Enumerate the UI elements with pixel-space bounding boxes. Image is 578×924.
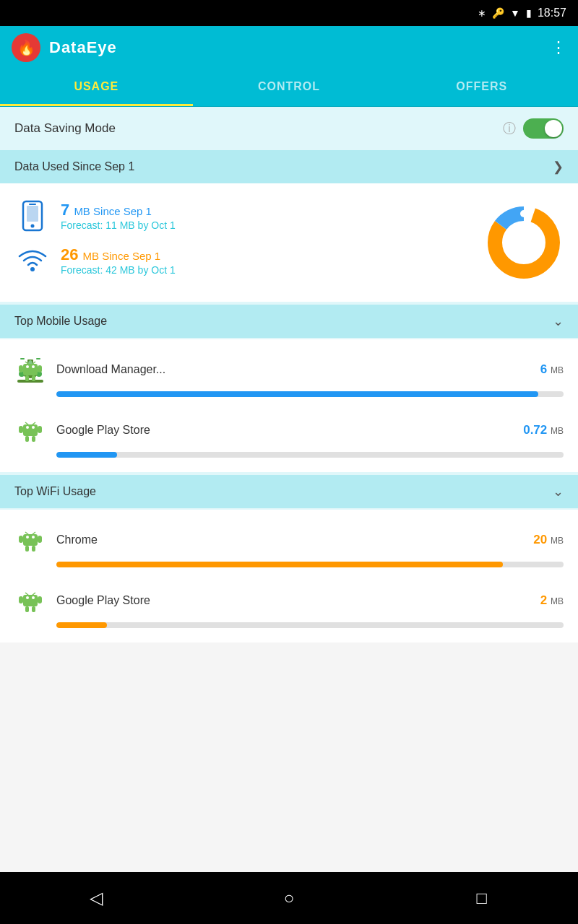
svg-point-40: [32, 536, 35, 539]
bluetooth-icon: ∗: [478, 7, 486, 19]
svg-rect-44: [19, 596, 23, 603]
wifi-status-icon: ▼: [510, 7, 520, 19]
download-manager-usage: 6 MB: [540, 362, 564, 377]
svg-point-39: [26, 536, 29, 539]
mobile-data-text: 7 MB Since Sep 1 Forecast: 11 MB by Oct …: [61, 201, 484, 231]
list-item: Chrome 20 MB: [0, 515, 578, 576]
google-play-mobile-header: Google Play Store 0.72 MB: [14, 414, 564, 446]
svg-rect-13: [20, 358, 25, 359]
chevron-down-wifi-icon: ⌄: [553, 484, 564, 500]
svg-rect-1: [27, 206, 38, 222]
google-play-wifi-bar: [56, 622, 107, 628]
data-used-title: Data Used Since Sep 1: [14, 160, 553, 173]
status-bar: ∗ 🔑 ▼ ▮ 18:57: [0, 0, 578, 26]
svg-point-48: [26, 596, 29, 599]
google-play-mobile-name: Google Play Store: [56, 424, 523, 437]
list-item: Google Play Store 0.72 MB: [0, 406, 578, 466]
svg-rect-20: [32, 375, 35, 381]
svg-rect-19: [25, 375, 29, 381]
status-icons: ∗ 🔑 ▼ ▮ 18:57: [478, 6, 566, 19]
chevron-down-mobile-icon: ⌄: [553, 313, 564, 329]
battery-icon: ▮: [526, 7, 532, 19]
list-item: Google Play Store 2 MB: [0, 576, 578, 637]
chrome-bar: [56, 562, 503, 567]
data-used-header[interactable]: Data Used Since Sep 1 ❯: [0, 150, 578, 183]
svg-rect-34: [23, 534, 38, 546]
app-title: DataEye: [49, 38, 551, 57]
home-button[interactable]: ○: [267, 876, 311, 920]
top-mobile-header[interactable]: Top Mobile Usage ⌄: [0, 305, 578, 338]
mobile-data-row: 7 MB Since Sep 1 Forecast: 11 MB by Oct …: [14, 198, 484, 234]
svg-rect-3: [29, 204, 36, 205]
download-manager-icon: [14, 354, 46, 385]
key-icon: 🔑: [492, 7, 504, 19]
donut-chart: [484, 203, 564, 282]
bottom-nav: ◁ ○ □: [0, 872, 578, 924]
svg-rect-36: [38, 536, 42, 543]
help-icon[interactable]: ⓘ: [503, 120, 516, 137]
chrome-usage: 20 MB: [533, 533, 564, 547]
svg-rect-17: [19, 365, 23, 372]
svg-rect-26: [19, 426, 23, 433]
svg-point-21: [26, 365, 29, 368]
svg-point-30: [26, 426, 29, 429]
status-time: 18:57: [538, 6, 566, 19]
menu-icon[interactable]: ⋮: [551, 38, 566, 57]
mobile-data-forecast: Forecast: 11 MB by Oct 1: [61, 219, 484, 231]
data-saving-label: Data Saving Mode: [14, 121, 496, 136]
svg-point-7: [520, 210, 527, 217]
tab-bar: USAGE CONTROL OFFERS: [0, 69, 578, 107]
google-play-mobile-icon: [14, 414, 46, 446]
tab-usage[interactable]: USAGE: [0, 69, 193, 106]
top-wifi-section: Chrome 20 MB: [0, 510, 578, 642]
google-play-wifi-header: Google Play Store 2 MB: [14, 585, 564, 616]
flame-icon: 🔥: [17, 39, 35, 56]
chevron-right-icon: ❯: [553, 159, 564, 175]
svg-rect-47: [32, 606, 35, 612]
chrome-progress: [56, 562, 564, 567]
google-play-wifi-progress: [56, 622, 564, 628]
svg-rect-46: [25, 606, 29, 612]
google-play-mobile-progress: [56, 452, 564, 458]
empty-space: [0, 642, 578, 872]
svg-rect-25: [23, 424, 38, 436]
top-mobile-section: Download Manager... 6 MB: [0, 339, 578, 472]
chrome-header: Chrome 20 MB: [14, 524, 564, 556]
svg-rect-38: [32, 546, 35, 552]
svg-rect-10: [17, 380, 43, 383]
mobile-data-icon: [14, 198, 51, 234]
svg-rect-14: [36, 358, 40, 359]
list-item: Download Manager... 6 MB: [0, 345, 578, 406]
data-saving-row: Data Saving Mode ⓘ: [0, 107, 578, 150]
svg-rect-29: [32, 436, 35, 442]
toggle-knob: [545, 120, 562, 137]
google-play-mobile-bar: [56, 452, 117, 458]
wifi-data-amount: 26 MB Since Sep 1: [61, 245, 484, 264]
svg-rect-35: [19, 536, 23, 543]
chrome-icon: [14, 524, 46, 556]
top-mobile-items: Download Manager... 6 MB: [0, 339, 578, 472]
mobile-data-amount: 7 MB Since Sep 1: [61, 201, 484, 219]
top-wifi-items: Chrome 20 MB: [0, 510, 578, 642]
back-button[interactable]: ◁: [74, 876, 118, 920]
wifi-data-forecast: Forecast: 42 MB by Oct 1: [61, 264, 484, 276]
svg-rect-16: [23, 364, 38, 375]
google-play-wifi-name: Google Play Store: [56, 594, 540, 607]
download-manager-header: Download Manager... 6 MB: [14, 354, 564, 385]
app-bar: 🔥 DataEye ⋮: [0, 26, 578, 69]
svg-rect-27: [38, 426, 42, 433]
data-saving-toggle[interactable]: [523, 118, 564, 139]
wifi-data-icon: [14, 243, 51, 279]
data-used-section: 7 MB Since Sep 1 Forecast: 11 MB by Oct …: [0, 183, 578, 302]
download-manager-bar: [56, 391, 538, 397]
tab-offers[interactable]: OFFERS: [385, 69, 578, 106]
tab-control[interactable]: CONTROL: [193, 69, 386, 106]
top-mobile-title: Top Mobile Usage: [14, 315, 553, 328]
wifi-data-row: 26 MB Since Sep 1 Forecast: 42 MB by Oct…: [14, 243, 484, 279]
svg-rect-37: [25, 546, 29, 552]
top-wifi-header[interactable]: Top WiFi Usage ⌄: [0, 475, 578, 508]
svg-point-22: [32, 365, 35, 368]
recent-button[interactable]: □: [460, 876, 504, 920]
top-wifi-title: Top WiFi Usage: [14, 485, 553, 498]
download-manager-name: Download Manager...: [56, 363, 540, 376]
